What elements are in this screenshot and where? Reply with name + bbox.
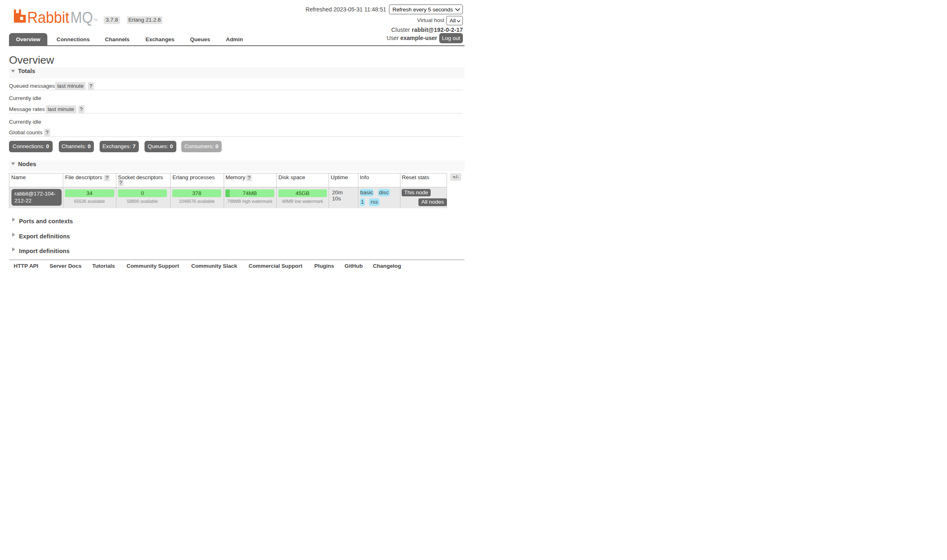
svg-text:MQ: MQ <box>71 9 93 26</box>
svg-text:TM: TM <box>93 18 97 21</box>
svg-text:Rabbit: Rabbit <box>27 9 69 26</box>
